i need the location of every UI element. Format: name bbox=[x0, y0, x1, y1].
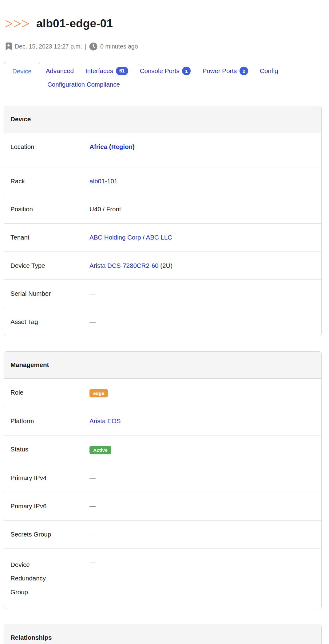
attribute-value: Arista EOS bbox=[89, 417, 315, 425]
page-title: alb01-edge-01 bbox=[36, 17, 113, 30]
attribute-label-text: Primary IPv6 bbox=[10, 502, 46, 509]
attribute-value: — bbox=[89, 530, 315, 539]
attribute-label-text: Location bbox=[10, 143, 34, 150]
attribute-label-text: Rack bbox=[10, 178, 25, 185]
last-updated-text: 0 minutes ago bbox=[100, 43, 138, 50]
attribute-row-platform: PlatformArista EOS bbox=[4, 407, 321, 435]
attribute-value: ABC Holding Corp / ABC LLC bbox=[89, 233, 315, 242]
attribute-label-text: Primary IPv4 bbox=[10, 474, 46, 481]
tab-count-badge: 2 bbox=[240, 67, 248, 75]
empty-value-dash: — bbox=[89, 474, 96, 481]
tab-advanced[interactable]: Advanced bbox=[40, 62, 80, 83]
device-tabs: DeviceAdvancedInterfaces61Console Ports1… bbox=[0, 62, 329, 94]
attribute-label: Serial Number bbox=[10, 289, 89, 298]
attribute-label: Device Type bbox=[10, 261, 89, 270]
attribute-value: — bbox=[89, 558, 315, 567]
attribute-value: edge bbox=[89, 388, 315, 397]
attribute-label-text: Tenant bbox=[10, 234, 30, 241]
attribute-label: Role bbox=[10, 388, 89, 397]
attribute-value: alb01-101 bbox=[89, 177, 315, 185]
panels: DeviceLocationAfrica (Region)Rackalb01-1… bbox=[4, 106, 322, 644]
value-link-alb01-101[interactable]: alb01-101 bbox=[89, 178, 117, 185]
tab-power-ports[interactable]: Power Ports2 bbox=[196, 62, 254, 83]
bookmark-plus-icon bbox=[6, 42, 12, 51]
value-link-abc-llc[interactable]: ABC LLC bbox=[146, 234, 172, 241]
triple-chevron-right-icon bbox=[5, 20, 30, 29]
attribute-row-device-type: Device TypeArista DCS-7280CR2-60 (2U) bbox=[4, 252, 321, 280]
tab-count-badge: 61 bbox=[116, 67, 128, 75]
value-link-abc-holding-corp[interactable]: ABC Holding Corp bbox=[89, 234, 141, 241]
attribute-label: Platform bbox=[10, 417, 89, 425]
tab-count-badge: 1 bbox=[182, 67, 191, 75]
attribute-label: Asset Tag bbox=[10, 318, 89, 326]
panel-title: Relationships bbox=[4, 624, 321, 644]
attribute-row-primary-ipv6: Primary IPv6— bbox=[4, 492, 321, 520]
tab-config[interactable]: Config bbox=[254, 62, 284, 83]
tab-configuration-compliance[interactable]: Configuration Compliance bbox=[42, 81, 126, 88]
tab-label: Configuration Compliance bbox=[47, 81, 120, 88]
page-header: alb01-edge-01 bbox=[5, 17, 329, 30]
attribute-label: Primary IPv6 bbox=[10, 502, 89, 510]
tab-label: Config bbox=[260, 67, 278, 75]
value-link-region[interactable]: Region bbox=[111, 143, 133, 150]
attribute-label-text: Serial Number bbox=[10, 290, 51, 297]
attribute-row-serial-number: Serial Number— bbox=[4, 279, 321, 308]
attribute-row-device-redundancy-group: Device Redundancy Group— bbox=[4, 548, 321, 608]
attribute-value: Africa (Region) bbox=[89, 142, 315, 151]
tab-console-ports[interactable]: Console Ports1 bbox=[134, 62, 197, 83]
attribute-row-asset-tag: Asset Tag— bbox=[4, 308, 321, 336]
attribute-row-location: LocationAfrica (Region) bbox=[4, 133, 321, 167]
empty-value-dash: — bbox=[89, 502, 96, 509]
attribute-label-text: Platform bbox=[10, 417, 34, 424]
attribute-label: Primary IPv4 bbox=[10, 474, 89, 482]
attribute-row-tenant: TenantABC Holding Corp / ABC LLC bbox=[4, 223, 321, 252]
value-text: (2U) bbox=[158, 262, 172, 269]
attribute-label: Secrets Group bbox=[10, 530, 89, 539]
empty-value-dash: — bbox=[89, 318, 96, 325]
value-text: U40 / Front bbox=[89, 205, 121, 213]
attribute-row-secrets-group: Secrets Group— bbox=[4, 520, 321, 548]
attribute-label-text: Asset Tag bbox=[10, 318, 38, 325]
attribute-label-text: Role bbox=[10, 389, 23, 396]
attribute-label-text: Position bbox=[10, 205, 33, 213]
tab-label: Advanced bbox=[46, 67, 74, 75]
attribute-label: Device Redundancy Group bbox=[10, 558, 89, 599]
attribute-label: Location bbox=[10, 142, 89, 151]
value-link-arista-eos[interactable]: Arista EOS bbox=[89, 417, 121, 424]
created-timestamp: Dec. 15, 2023 12:27 p.m. bbox=[15, 43, 82, 50]
empty-value-dash: — bbox=[89, 559, 96, 566]
attribute-value: — bbox=[89, 502, 315, 510]
tab-label: Console Ports bbox=[140, 67, 180, 75]
panel-management: ManagementRoleedgePlatformArista EOSStat… bbox=[4, 351, 322, 609]
attribute-value: — bbox=[89, 318, 315, 326]
attribute-row-status: StatusActive bbox=[4, 435, 321, 464]
attribute-label-text: Device Redundancy Group bbox=[10, 558, 51, 599]
tab-interfaces[interactable]: Interfaces61 bbox=[80, 62, 134, 83]
attribute-label: Tenant bbox=[10, 233, 89, 242]
attribute-row-role: Roleedge bbox=[4, 379, 321, 407]
empty-value-dash: — bbox=[89, 290, 96, 297]
panel-relationships: RelationshipsVLANs— bbox=[4, 624, 322, 644]
role-badge: edge bbox=[89, 389, 108, 398]
attribute-row-primary-ipv4: Primary IPv4— bbox=[4, 464, 321, 492]
meta-separator: | bbox=[85, 43, 86, 50]
tab-device[interactable]: Device bbox=[4, 62, 40, 83]
attribute-value: Arista DCS-7280CR2-60 (2U) bbox=[89, 261, 315, 270]
panel-device: DeviceLocationAfrica (Region)Rackalb01-1… bbox=[4, 106, 322, 336]
value-link-arista-dcs-7280cr2-60[interactable]: Arista DCS-7280CR2-60 bbox=[89, 262, 158, 269]
attribute-label-text: Device Type bbox=[10, 262, 45, 269]
empty-value-dash: — bbox=[89, 531, 96, 538]
attribute-value: — bbox=[89, 474, 315, 482]
timestamp-bar: Dec. 15, 2023 12:27 p.m. | 0 minutes ago bbox=[6, 42, 329, 51]
value-link-africa[interactable]: Africa bbox=[89, 143, 107, 150]
tab-label: Interfaces bbox=[85, 67, 113, 75]
tab-label: Power Ports bbox=[202, 67, 237, 75]
value-text: ) bbox=[133, 143, 135, 150]
attribute-label-text: Secrets Group bbox=[10, 531, 51, 538]
attribute-value: U40 / Front bbox=[89, 205, 315, 213]
value-text: / bbox=[141, 234, 146, 241]
tab-row-1: DeviceAdvancedInterfaces61Console Ports1… bbox=[0, 62, 329, 83]
attribute-label: Position bbox=[10, 205, 89, 213]
value-text: ( bbox=[107, 143, 111, 150]
attribute-row-rack: Rackalb01-101 bbox=[4, 167, 321, 195]
